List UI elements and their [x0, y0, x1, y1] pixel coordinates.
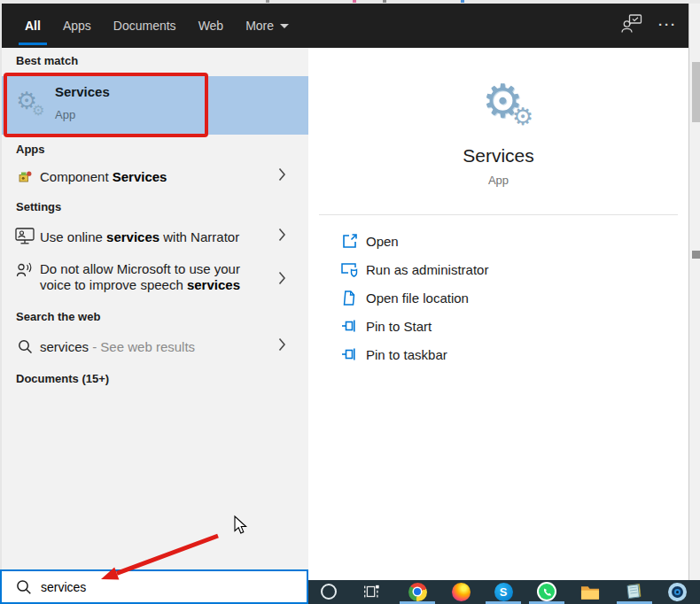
- tab-apps[interactable]: Apps: [63, 4, 91, 48]
- background-speck: [383, 0, 386, 3]
- search-results-panel: Best match ⚙⚙ Services App Apps Componen…: [0, 48, 308, 569]
- result-preview-panel: ⚙⚙ Services App Open Run as admini: [308, 48, 688, 580]
- account-feedback-icon[interactable]: [621, 14, 642, 37]
- screen-edge-line: [0, 4, 2, 569]
- cortana-icon[interactable]: [319, 582, 338, 601]
- chevron-right-icon[interactable]: [278, 337, 286, 355]
- search-icon: [16, 579, 32, 599]
- list-item-speech-privacy-setting[interactable]: Do not allow Microsoft to use your voice…: [0, 260, 308, 299]
- chevron-right-icon[interactable]: [278, 228, 286, 245]
- list-item-label: services - See web results: [40, 339, 195, 354]
- services-gears-icon-large: ⚙⚙: [482, 80, 544, 133]
- search-tabs: All Apps Documents Web More: [0, 4, 289, 48]
- action-label: Open: [366, 234, 399, 249]
- background-window-strip: [688, 4, 700, 580]
- list-item-web-search[interactable]: services - See web results: [0, 333, 308, 360]
- file-explorer-icon[interactable]: [580, 582, 600, 601]
- pin-icon: [340, 345, 358, 363]
- scrollbar-thumb[interactable]: [692, 62, 700, 122]
- voice-privacy-icon: [14, 260, 35, 282]
- action-open-file-location[interactable]: Open file location: [308, 283, 681, 312]
- action-run-as-administrator[interactable]: Run as administrator: [308, 255, 681, 283]
- recorder-app-icon[interactable]: [667, 582, 687, 601]
- more-options-icon[interactable]: ···: [658, 18, 677, 35]
- chevron-right-icon[interactable]: [278, 271, 286, 289]
- open-icon: [340, 232, 358, 250]
- annotation-red-rectangle: [4, 73, 208, 137]
- search-input[interactable]: [39, 571, 296, 602]
- list-item-label: Do not allow Microsoft to use your voice…: [40, 261, 258, 292]
- preview-app-subtitle: App: [308, 174, 688, 187]
- section-header-apps: Apps: [16, 143, 45, 156]
- tab-web[interactable]: Web: [198, 4, 224, 48]
- background-speck: [461, 0, 464, 3]
- chevron-down-icon: [280, 24, 289, 28]
- search-icon: [14, 336, 35, 357]
- windows-search-flyout: All Apps Documents Web More ···: [0, 0, 700, 604]
- list-item-narrator-setting[interactable]: Use online services with Narrator: [0, 223, 308, 250]
- notepad-icon[interactable]: [624, 582, 643, 601]
- component-services-icon: [14, 166, 35, 187]
- windows-taskbar: S: [308, 580, 700, 604]
- narrator-icon: [14, 226, 35, 247]
- action-label: Open file location: [366, 290, 469, 306]
- preview-app-title: Services: [308, 145, 688, 166]
- section-header-settings: Settings: [16, 200, 61, 213]
- scrollbar-mark: [692, 251, 700, 259]
- taskbar-search-box[interactable]: [0, 569, 308, 604]
- action-pin-to-start[interactable]: Pin to Start: [308, 312, 681, 340]
- action-open[interactable]: Open: [308, 227, 681, 255]
- skype-icon[interactable]: S: [494, 582, 513, 601]
- preview-divider: [319, 214, 678, 215]
- list-item-component-services[interactable]: Component Services: [0, 163, 308, 190]
- section-header-documents[interactable]: Documents (15+): [16, 372, 109, 385]
- search-tab-bar: All Apps Documents Web More ···: [0, 4, 688, 48]
- task-view-icon[interactable]: [362, 582, 381, 601]
- list-item-label: Component Services: [40, 169, 167, 184]
- action-pin-to-taskbar[interactable]: Pin to taskbar: [308, 340, 681, 368]
- tab-all[interactable]: All: [25, 4, 41, 48]
- action-label: Pin to Start: [366, 319, 432, 334]
- list-item-label: Use online services with Narrator: [40, 229, 239, 244]
- section-header-best-match: Best match: [16, 54, 78, 67]
- tab-documents[interactable]: Documents: [113, 4, 176, 48]
- section-header-search-the-web: Search the web: [16, 310, 100, 323]
- firefox-icon[interactable]: [451, 582, 471, 601]
- whatsapp-icon[interactable]: [537, 582, 556, 601]
- action-label: Run as administrator: [366, 262, 488, 277]
- chrome-icon[interactable]: [408, 582, 427, 601]
- background-speck: [353, 0, 356, 3]
- pin-icon: [340, 317, 358, 335]
- action-label: Pin to taskbar: [366, 347, 447, 362]
- chevron-right-icon[interactable]: [278, 167, 286, 185]
- background-speck: [266, 0, 269, 3]
- file-location-icon: [340, 289, 358, 306]
- tab-more[interactable]: More: [245, 4, 289, 48]
- run-as-admin-icon: [340, 260, 358, 278]
